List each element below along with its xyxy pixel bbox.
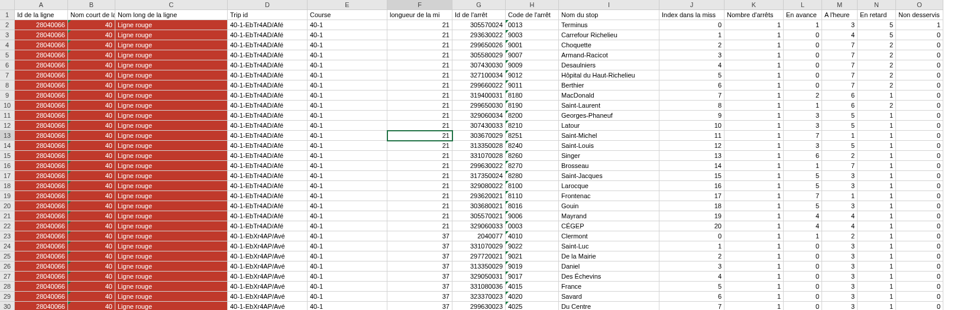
header-cell[interactable]: En avance: [784, 10, 822, 20]
cell-K5[interactable]: 1: [725, 50, 784, 60]
cell-B14[interactable]: 40: [68, 141, 115, 151]
cell-I18[interactable]: Larocque: [559, 181, 659, 191]
cell-M10[interactable]: 6: [822, 101, 858, 111]
cell-G7[interactable]: 327100034: [452, 70, 506, 80]
cell-G18[interactable]: 329080022: [452, 181, 506, 191]
cell-J25[interactable]: 2: [659, 251, 725, 261]
cell-H14[interactable]: 8240: [506, 141, 559, 151]
cell-F22[interactable]: 21: [387, 221, 452, 231]
cell-F9[interactable]: 21: [387, 91, 452, 101]
cell-K9[interactable]: 1: [725, 91, 784, 101]
cell-N10[interactable]: 2: [858, 101, 896, 111]
cell-B12[interactable]: 40: [68, 121, 115, 131]
row-header-3[interactable]: 3: [0, 30, 15, 40]
cell-H5[interactable]: 9007: [506, 50, 559, 60]
cell-A13[interactable]: 28040066: [15, 131, 68, 141]
cell-E2[interactable]: 40-1: [308, 20, 387, 30]
cell-I19[interactable]: Frontenac: [559, 191, 659, 201]
cell-L6[interactable]: 0: [784, 60, 822, 70]
cell-M18[interactable]: 3: [822, 181, 858, 191]
cell-L15[interactable]: 6: [784, 151, 822, 161]
cell-B18[interactable]: 40: [68, 181, 115, 191]
cell-F13[interactable]: 21: [387, 131, 452, 141]
cell-H24[interactable]: 9022: [506, 241, 559, 251]
cell-J11[interactable]: 9: [659, 111, 725, 121]
cell-A24[interactable]: 28040066: [15, 241, 68, 251]
cell-G12[interactable]: 307430033: [452, 121, 506, 131]
row-header-24[interactable]: 24: [0, 241, 15, 251]
cell-F6[interactable]: 21: [387, 60, 452, 70]
cell-B24[interactable]: 40: [68, 241, 115, 251]
cell-O3[interactable]: 0: [896, 30, 943, 40]
cell-F24[interactable]: 37: [387, 241, 452, 251]
cell-N14[interactable]: 1: [858, 141, 896, 151]
cell-H27[interactable]: 9017: [506, 272, 559, 282]
cell-I27[interactable]: Des Échevins: [559, 272, 659, 282]
spreadsheet-grid[interactable]: ABCDEFGHIJKLMNO1Id de la ligneNom court …: [0, 0, 980, 310]
cell-L19[interactable]: 7: [784, 191, 822, 201]
cell-C7[interactable]: Ligne rouge: [115, 70, 228, 80]
cell-G21[interactable]: 305570021: [452, 211, 506, 221]
cell-M4[interactable]: 7: [822, 40, 858, 50]
cell-M22[interactable]: 4: [822, 221, 858, 231]
header-cell[interactable]: En retard: [858, 10, 896, 20]
cell-F25[interactable]: 37: [387, 251, 452, 261]
cell-H3[interactable]: 9003: [506, 30, 559, 40]
cell-L13[interactable]: 7: [784, 131, 822, 141]
cell-H17[interactable]: 8280: [506, 171, 559, 181]
cell-E25[interactable]: 40-1: [308, 251, 387, 261]
cell-B15[interactable]: 40: [68, 151, 115, 161]
row-header-9[interactable]: 9: [0, 91, 15, 101]
cell-H6[interactable]: 9009: [506, 60, 559, 70]
cell-K23[interactable]: 1: [725, 231, 784, 241]
cell-G26[interactable]: 313350029: [452, 261, 506, 272]
cell-B16[interactable]: 40: [68, 161, 115, 171]
cell-C3[interactable]: Ligne rouge: [115, 30, 228, 40]
cell-N25[interactable]: 1: [858, 251, 896, 261]
cell-E21[interactable]: 40-1: [308, 211, 387, 221]
cell-B7[interactable]: 40: [68, 70, 115, 80]
cell-L23[interactable]: 1: [784, 231, 822, 241]
cell-G25[interactable]: 297720021: [452, 251, 506, 261]
cell-G6[interactable]: 307430030: [452, 60, 506, 70]
cell-I9[interactable]: MacDonald: [559, 91, 659, 101]
cell-O25[interactable]: 0: [896, 251, 943, 261]
cell-D24[interactable]: 40-1-EbXr4AP/Avé: [228, 241, 308, 251]
row-header-6[interactable]: 6: [0, 60, 15, 70]
cell-A26[interactable]: 28040066: [15, 261, 68, 272]
cell-I17[interactable]: Saint-Jacques: [559, 171, 659, 181]
cell-I28[interactable]: France: [559, 282, 659, 292]
row-header-23[interactable]: 23: [0, 231, 15, 241]
cell-C8[interactable]: Ligne rouge: [115, 80, 228, 91]
cell-C17[interactable]: Ligne rouge: [115, 171, 228, 181]
cell-K3[interactable]: 1: [725, 30, 784, 40]
header-cell[interactable]: Code de l'arrêt: [506, 10, 559, 20]
cell-H11[interactable]: 8200: [506, 111, 559, 121]
cell-D22[interactable]: 40-1-EbTr4AD/Afé: [228, 221, 308, 231]
cell-E12[interactable]: 40-1: [308, 121, 387, 131]
cell-D5[interactable]: 40-1-EbTr4AD/Afé: [228, 50, 308, 60]
cell-D7[interactable]: 40-1-EbTr4AD/Afé: [228, 70, 308, 80]
cell-K21[interactable]: 1: [725, 211, 784, 221]
cell-H20[interactable]: 8016: [506, 201, 559, 211]
cell-B23[interactable]: 40: [68, 231, 115, 241]
cell-M23[interactable]: 2: [822, 231, 858, 241]
cell-D20[interactable]: 40-1-EbTr4AD/Afé: [228, 201, 308, 211]
cell-G22[interactable]: 329060033: [452, 221, 506, 231]
cell-O19[interactable]: 0: [896, 191, 943, 201]
cell-O6[interactable]: 0: [896, 60, 943, 70]
cell-M25[interactable]: 3: [822, 251, 858, 261]
cell-G8[interactable]: 299660022: [452, 80, 506, 91]
cell-A23[interactable]: 28040066: [15, 231, 68, 241]
cell-M5[interactable]: 7: [822, 50, 858, 60]
row-header-16[interactable]: 16: [0, 161, 15, 171]
column-header-I[interactable]: I: [559, 0, 659, 10]
cell-C25[interactable]: Ligne rouge: [115, 251, 228, 261]
cell-G19[interactable]: 293620021: [452, 191, 506, 201]
cell-N23[interactable]: 1: [858, 231, 896, 241]
cell-O13[interactable]: 0: [896, 131, 943, 141]
cell-A6[interactable]: 28040066: [15, 60, 68, 70]
cell-A11[interactable]: 28040066: [15, 111, 68, 121]
cell-M9[interactable]: 6: [822, 91, 858, 101]
column-header-J[interactable]: J: [659, 0, 725, 10]
